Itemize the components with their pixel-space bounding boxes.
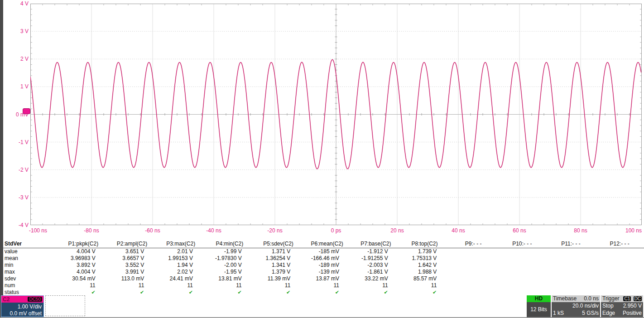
trigger-slope: Positive	[623, 309, 642, 317]
trigger-body: Stop 2.950 V Edge Positive	[601, 302, 643, 317]
measure-cell: 3.96983 V	[59, 255, 108, 262]
measure-row: max4.004 V3.991 V2.02 V-1.95 V1.379 V-13…	[0, 269, 644, 275]
timebase-body: 20.0 ns/div 1 kS 5 GS/s	[552, 302, 600, 317]
measure-cell: ✔	[59, 289, 108, 296]
measure-cell: ✔	[400, 289, 449, 296]
waveform-graticule[interactable]	[30, 4, 642, 225]
measure-cell	[595, 275, 644, 282]
measure-column-header[interactable]: P11:- - -	[547, 240, 596, 248]
measure-cell: 2.01 V	[156, 248, 205, 255]
measure-cell: -185 mV	[303, 248, 351, 255]
hd-mode-label: HD	[527, 295, 551, 302]
measure-cell	[547, 255, 596, 262]
measure-cell	[449, 282, 498, 289]
measure-row-label: value	[0, 248, 59, 255]
measure-column-header[interactable]: P8:top(C2)	[400, 240, 449, 248]
measure-column-header[interactable]: P9:- - -	[449, 240, 498, 248]
measure-cell	[498, 282, 547, 289]
channel2-vdiv: 1.00 V/div	[1, 304, 42, 310]
timebase-title: Timebase	[553, 295, 577, 302]
measure-cell: 24.41 mV	[156, 275, 205, 282]
measure-column-header[interactable]: P12:- - -	[595, 240, 644, 248]
measure-cell: 11	[254, 282, 303, 289]
measure-cell: 3.6657 V	[108, 255, 157, 262]
measure-cell: ✔	[351, 289, 400, 296]
measure-cell: 1.36254 V	[254, 255, 303, 262]
measure-cell: 3.651 V	[108, 248, 157, 255]
measure-cell: 3.892 V	[59, 262, 108, 269]
measure-cell: 1.99153 V	[156, 255, 205, 262]
measure-cell: 2.02 V	[156, 269, 205, 275]
measure-cell	[449, 289, 498, 296]
measure-column-header[interactable]: P10:- - -	[498, 240, 547, 248]
measure-cell: -166.46 mV	[303, 255, 351, 262]
channel2-label: C2	[3, 296, 10, 303]
measure-column-header[interactable]: P2:ampl(C2)	[108, 240, 157, 248]
volt-label: 2 V	[0, 55, 29, 63]
measure-cell	[449, 255, 498, 262]
volt-label: 3 V	[0, 28, 29, 35]
empty-descriptor-slot[interactable]	[45, 295, 85, 316]
time-label: 80 ns	[562, 227, 600, 234]
measure-column-header[interactable]: P1:pkpk(C2)	[59, 240, 108, 248]
measure-cell: 1.371 V	[254, 248, 303, 255]
time-label: 40 ns	[439, 227, 477, 234]
measure-cell: 1.642 V	[400, 262, 449, 269]
measure-cell: 11	[303, 282, 351, 289]
trigger-descriptor-box[interactable]: Trigger C1 DC Stop 2.950 V Edge Positive	[601, 295, 643, 317]
measure-cell: -1.95 V	[205, 269, 254, 275]
measure-cell: 11	[205, 282, 254, 289]
measure-cell: 1.75313 V	[400, 255, 449, 262]
measure-cell: 13.81 mV	[205, 275, 254, 282]
measure-row-label: status	[0, 289, 59, 296]
timebase-descriptor-box[interactable]: Timebase 0.0 ns 20.0 ns/div 1 kS 5 GS/s	[552, 295, 600, 317]
volt-label: 4 V	[0, 0, 29, 7]
channel2-zero-level-marker[interactable]	[23, 108, 30, 114]
measure-cell: -2.003 V	[351, 262, 400, 269]
trigger-badges: C1 DC	[622, 295, 642, 302]
time-label: -100 ns	[29, 227, 67, 234]
measure-row-label: num	[0, 282, 59, 289]
measure-cell: 85.57 mV	[400, 275, 449, 282]
measure-cell: 3.552 V	[108, 262, 157, 269]
oscilloscope-screen: 4 V3 V2 V1 V0 mV-1 V-2 V-3 V-4 V -100 ns…	[0, 0, 644, 318]
channel2-descriptor-box[interactable]: C2 DC50 1.00 V/div 0.0 mV offset	[1, 295, 44, 317]
trigger-header: Trigger C1 DC	[601, 295, 643, 302]
measure-row: value4.004 V3.651 V2.01 V-1.99 V1.371 V-…	[0, 248, 644, 255]
measure-cell: 11.39 mV	[254, 275, 303, 282]
measure-column-header[interactable]: P3:max(C2)	[156, 240, 205, 248]
measure-column-header[interactable]: P7:base(C2)	[351, 240, 400, 248]
measure-cell: -139 mV	[303, 269, 351, 275]
measure-cell: 1.94 V	[156, 262, 205, 269]
measure-cell: ✔	[108, 289, 157, 296]
measure-column-header[interactable]: P6:mean(C2)	[303, 240, 351, 248]
measurement-table: StdVerP1:pkpk(C2)P2:ampl(C2)P3:max(C2)P4…	[0, 240, 644, 296]
measure-cell: -2.00 V	[205, 262, 254, 269]
measure-cell: 1.988 V	[400, 269, 449, 275]
channel2-descriptor-body: 1.00 V/div 0.0 mV offset	[1, 303, 43, 317]
time-label: -20 ns	[256, 227, 294, 234]
measure-row-label: min	[0, 262, 59, 269]
measure-cell	[449, 248, 498, 255]
measure-cell	[595, 289, 644, 296]
measure-cell: ✔	[303, 289, 351, 296]
measure-cell	[449, 269, 498, 275]
measure-column-header[interactable]: P5:sdev(C2)	[254, 240, 303, 248]
volt-label: -2 V	[0, 166, 29, 173]
hd-acquisition-box[interactable]: HD 12 Bits	[527, 295, 551, 317]
timebase-samples: 1 kS	[553, 309, 564, 317]
trigger-coupling-badge: DC	[634, 296, 642, 301]
measure-cell	[547, 275, 596, 282]
measure-column-header[interactable]: P4:min(C2)	[205, 240, 254, 248]
timebase-scale: 20.0 ns/div	[572, 302, 599, 309]
volt-label: -4 V	[0, 222, 29, 229]
measure-cell: -1.91255 V	[351, 255, 400, 262]
waveform-plot	[30, 4, 642, 225]
measure-cell	[449, 275, 498, 282]
measure-cell: 13.87 mV	[303, 275, 351, 282]
trigger-source-badge: C1	[623, 296, 631, 301]
measure-row-label: sdev	[0, 275, 59, 282]
measure-cell: 11	[59, 282, 108, 289]
measure-cell: 1.341 V	[254, 262, 303, 269]
measure-cell: 113.0 mV	[108, 275, 157, 282]
